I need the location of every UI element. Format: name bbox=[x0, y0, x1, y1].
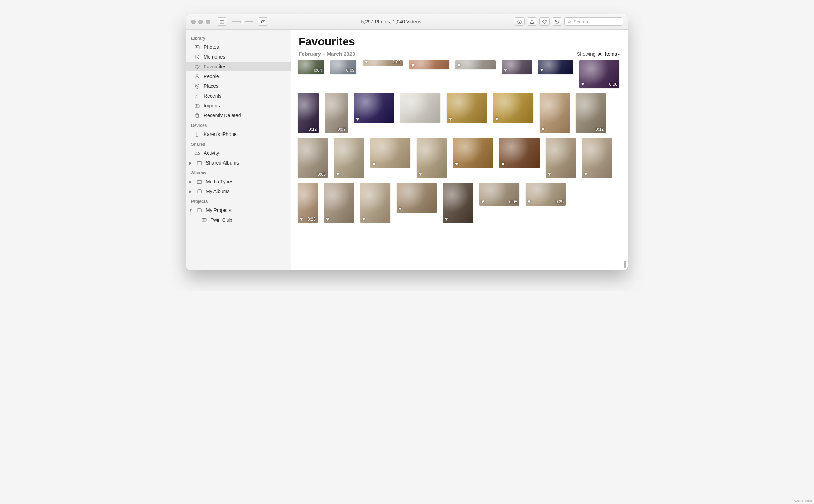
photo-thumbnail[interactable]: ♥ bbox=[455, 60, 496, 69]
photo-thumbnail[interactable]: ♥0:25 bbox=[526, 183, 566, 206]
sidebar-item-recently-deleted[interactable]: Recently Deleted bbox=[186, 110, 291, 120]
photo-thumbnail[interactable]: ♥ bbox=[582, 138, 612, 178]
photo-thumbnail[interactable]: ♥ bbox=[493, 93, 533, 123]
heart-icon: ♥ bbox=[455, 161, 458, 167]
sidebar-item-shared-albums[interactable]: ▶Shared Albums bbox=[186, 158, 291, 168]
sidebar-section-shared: Shared bbox=[186, 139, 291, 148]
heart-icon: ♥ bbox=[445, 216, 448, 222]
heart-icon: ♥ bbox=[399, 206, 401, 212]
photo-thumbnail[interactable]: 0:12 bbox=[576, 93, 606, 133]
zoom-slider[interactable] bbox=[232, 21, 253, 22]
minimize-window-button[interactable] bbox=[198, 20, 203, 24]
sidebar-item-karens-iphone[interactable]: Karen's iPhone bbox=[186, 129, 291, 139]
photo-thumbnail[interactable]: ♥1:09 bbox=[363, 60, 403, 66]
close-window-button[interactable] bbox=[191, 20, 196, 24]
photo-thumbnail[interactable]: ♥ bbox=[417, 138, 447, 178]
photo-thumbnail[interactable]: ♥ bbox=[397, 183, 437, 213]
photo-thumbnail[interactable]: ♥ bbox=[443, 183, 473, 223]
photo-thumbnail[interactable]: ♥ bbox=[540, 93, 570, 133]
svg-marker-30 bbox=[204, 219, 205, 220]
video-duration: 0:07 bbox=[338, 127, 346, 132]
thumbnail-scroll-area[interactable]: 0:040:09♥1:09♥♥♥♥♥0:060:120:07♥♥♥♥0:120:… bbox=[291, 59, 628, 270]
toolbar-right-group bbox=[514, 17, 623, 26]
chevron-right-icon[interactable]: ▶ bbox=[189, 161, 193, 165]
sidebar-item-my-projects[interactable]: ▼My Projects bbox=[186, 205, 291, 215]
iphone-icon bbox=[194, 131, 200, 137]
sidebar-item-favourites[interactable]: Favourites bbox=[186, 62, 291, 71]
content-area: Favourites February – March 2020 Showing… bbox=[291, 30, 628, 270]
photo-thumbnail[interactable]: 0:09 bbox=[330, 60, 356, 74]
chevron-down-icon[interactable]: ▼ bbox=[189, 208, 193, 212]
sidebar-item-my-albums[interactable]: ▶My Albums bbox=[186, 186, 291, 196]
showing-filter[interactable]: Showing: All Items▾ bbox=[577, 51, 620, 57]
video-duration: 0:12 bbox=[309, 127, 317, 132]
sidebar-item-places[interactable]: Places bbox=[186, 81, 291, 91]
search-field[interactable] bbox=[564, 17, 623, 26]
titlebar-stats: 5,297 Photos, 1,040 Videos bbox=[272, 19, 510, 24]
sidebar-item-label: Karen's iPhone bbox=[204, 131, 237, 137]
video-duration: 0:12 bbox=[596, 127, 604, 132]
sidebar-item-memories[interactable]: Memories bbox=[186, 52, 291, 62]
photo-thumbnail[interactable]: ♥ bbox=[334, 138, 364, 178]
svg-rect-25 bbox=[197, 190, 201, 193]
photo-thumbnail[interactable]: ♥ bbox=[354, 93, 394, 123]
heart-icon: ♥ bbox=[458, 62, 460, 68]
video-duration: 0:06 bbox=[318, 172, 326, 177]
svg-rect-19 bbox=[196, 132, 198, 137]
photo-thumbnail[interactable]: ♥ bbox=[360, 183, 390, 223]
filmstrip-button[interactable] bbox=[258, 17, 268, 26]
favourite-button[interactable] bbox=[539, 17, 550, 26]
heart-icon: ♥ bbox=[581, 81, 584, 87]
sidebar-item-recents[interactable]: Recents bbox=[186, 91, 291, 101]
search-input[interactable] bbox=[573, 19, 620, 24]
photo-thumbnail[interactable]: 0:04 bbox=[298, 60, 324, 74]
sidebar-item-label: My Projects bbox=[206, 207, 231, 213]
photo-thumbnail[interactable]: ♥ bbox=[499, 138, 540, 168]
sidebar-toggle-button[interactable] bbox=[217, 17, 227, 26]
sidebar-item-activity[interactable]: Activity bbox=[186, 148, 291, 158]
slideshow-icon bbox=[201, 217, 207, 223]
photo-thumbnail[interactable]: ♥ bbox=[370, 138, 410, 168]
photo-thumbnail[interactable]: 0:07 bbox=[325, 93, 348, 133]
share-button[interactable] bbox=[527, 17, 537, 26]
heart-icon: ♥ bbox=[336, 171, 339, 177]
sidebar-item-people[interactable]: People bbox=[186, 71, 291, 81]
photo-thumbnail[interactable]: ♥ bbox=[447, 93, 487, 123]
heart-icon: ♥ bbox=[542, 126, 544, 132]
photo-thumbnail[interactable]: ♥ bbox=[324, 183, 354, 223]
photo-thumbnail[interactable]: ♥ bbox=[409, 60, 449, 69]
scrollbar-thumb[interactable] bbox=[624, 261, 626, 268]
page-title: Favourites bbox=[299, 35, 620, 48]
sidebar-item-twin-club[interactable]: Twin Club bbox=[186, 215, 291, 225]
photo-thumbnail[interactable]: ♥ bbox=[502, 60, 532, 74]
sidebar-item-photos[interactable]: Photos bbox=[186, 42, 291, 52]
video-duration: 0:26 bbox=[308, 217, 316, 222]
photo-thumbnail[interactable]: ♥0:26 bbox=[298, 183, 318, 223]
sidebar-item-media-types[interactable]: ▶Media Types bbox=[186, 177, 291, 186]
photo-thumbnail[interactable]: 0:06 bbox=[298, 138, 328, 178]
svg-point-3 bbox=[263, 21, 264, 22]
photo-thumbnail[interactable]: ♥0:08 bbox=[479, 183, 519, 206]
video-duration: 0:06 bbox=[609, 82, 617, 87]
photo-thumbnail[interactable]: ♥ bbox=[453, 138, 493, 168]
sidebar-item-label: Twin Club bbox=[211, 217, 232, 223]
info-button[interactable] bbox=[514, 17, 525, 26]
photo-thumbnail[interactable]: ♥0:06 bbox=[579, 60, 619, 88]
heart-icon: ♥ bbox=[528, 199, 530, 204]
toolbar-left-group bbox=[217, 17, 268, 26]
chevron-right-icon[interactable]: ▶ bbox=[189, 180, 193, 184]
photo-thumbnail[interactable] bbox=[400, 93, 440, 123]
sidebar-item-imports[interactable]: Imports bbox=[186, 101, 291, 110]
chevron-right-icon[interactable]: ▶ bbox=[189, 190, 193, 193]
album-icon bbox=[196, 188, 202, 194]
photo-thumbnail[interactable]: 0:12 bbox=[298, 93, 319, 133]
fullscreen-window-button[interactable] bbox=[206, 20, 210, 24]
sidebar-item-label: Memories bbox=[204, 54, 225, 60]
rotate-button[interactable] bbox=[552, 17, 562, 26]
photo-thumbnail[interactable]: ♥ bbox=[538, 60, 573, 74]
album-icon bbox=[196, 207, 202, 213]
svg-point-14 bbox=[196, 85, 198, 86]
sidebar-item-label: My Albums bbox=[206, 189, 229, 194]
photo-thumbnail[interactable]: ♥ bbox=[546, 138, 576, 178]
heart-icon: ♥ bbox=[362, 216, 365, 222]
